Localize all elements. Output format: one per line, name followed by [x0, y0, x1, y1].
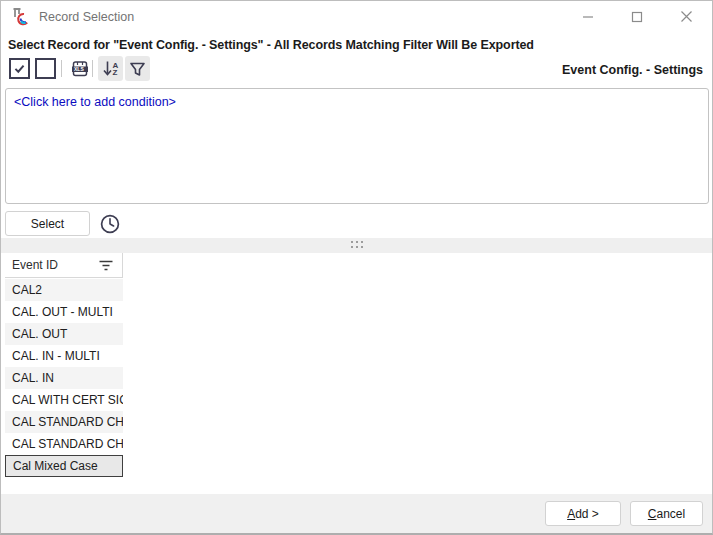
list-item[interactable]: CAL. IN [5, 367, 123, 389]
toolbar-separator [61, 60, 62, 77]
sort-az-button[interactable]: AZ [98, 56, 123, 81]
splitter-bar [1, 238, 712, 253]
list-item[interactable]: CAL. OUT - MULTI [5, 301, 123, 323]
toolbar: XLS AZ Event Config. - Settings [1, 56, 712, 85]
window-title: Record Selection [39, 10, 134, 24]
close-icon [680, 10, 693, 23]
filter-funnel-icon [129, 61, 146, 77]
app-logo-icon [11, 7, 30, 26]
splitter-grip-icon[interactable] [351, 241, 363, 248]
context-table-label: Event Config. - Settings [562, 63, 703, 77]
toolbar-separator [92, 60, 93, 77]
list-item[interactable]: CAL2 [5, 279, 123, 301]
export-xls-button[interactable]: XLS [67, 56, 92, 81]
maximize-button[interactable] [614, 1, 660, 32]
list-item-selected[interactable]: Cal Mixed Case [5, 455, 123, 477]
footer-bar: Add > Cancel [1, 494, 712, 534]
history-button[interactable] [98, 212, 121, 235]
filter-builder-panel[interactable]: <Click here to add condition> [5, 88, 709, 204]
filter-button[interactable] [125, 56, 150, 81]
list-item[interactable]: CAL STANDARD CHEC [5, 411, 123, 433]
list-item[interactable]: CAL WITH CERT SIGN [5, 389, 123, 411]
cancel-button[interactable]: Cancel [630, 501, 703, 526]
column-filter-icon[interactable] [99, 260, 113, 271]
list-item[interactable]: CAL. OUT [5, 323, 123, 345]
clear-selection-checkbox[interactable] [35, 58, 56, 79]
list-item[interactable]: CAL. IN - MULTI [5, 345, 123, 367]
record-selection-dialog: Record Selection Select Record for "Even… [0, 0, 713, 535]
maximize-icon [631, 11, 643, 23]
list-item[interactable]: CAL STANDARD CHEC [5, 433, 123, 455]
sort-az-icon: AZ [103, 60, 119, 77]
checkmark-icon [13, 62, 26, 75]
add-button-label: Add > [567, 507, 599, 521]
minimize-icon [582, 11, 594, 23]
clock-icon [99, 213, 121, 235]
svg-text:XLS: XLS [74, 66, 84, 72]
add-condition-link[interactable]: <Click here to add condition> [14, 95, 176, 109]
cancel-button-label: Cancel [648, 507, 685, 521]
column-header-label: Event ID [12, 258, 99, 272]
export-xls-icon: XLS [70, 58, 90, 79]
column-header-event-id[interactable]: Event ID [5, 253, 123, 278]
instruction-text: Select Record for "Event Config. - Setti… [8, 38, 534, 52]
select-all-checkbox[interactable] [9, 58, 30, 79]
add-button[interactable]: Add > [545, 501, 621, 526]
close-button[interactable] [663, 1, 709, 32]
title-bar: Record Selection [1, 1, 712, 33]
minimize-button[interactable] [565, 1, 611, 32]
select-button[interactable]: Select [5, 211, 90, 236]
